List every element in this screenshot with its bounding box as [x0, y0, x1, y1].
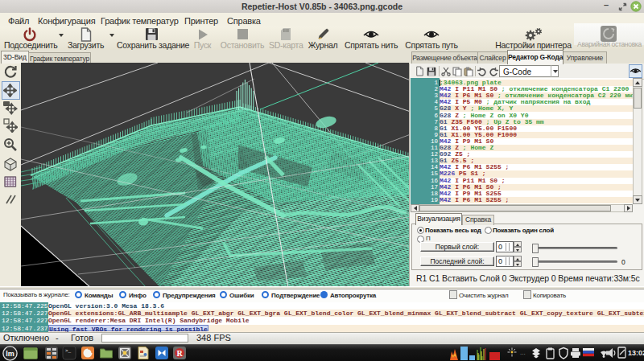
svg-text:...: ... — [520, 349, 526, 356]
svg-text:lm: lm — [6, 350, 14, 358]
svg-text:>_: >_ — [65, 348, 72, 354]
svg-text:R: R — [176, 349, 183, 358]
